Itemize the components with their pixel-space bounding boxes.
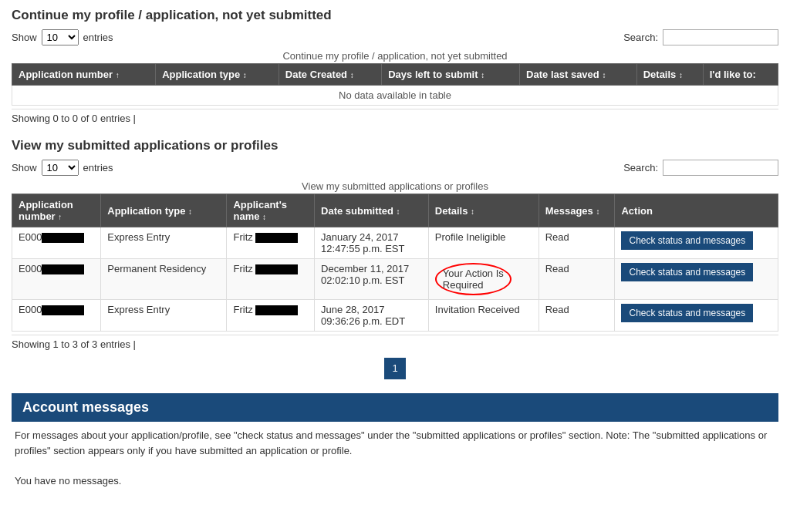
date-submitted-cell: June 28, 201709:36:26 p.m. EDT: [315, 300, 429, 332]
action-cell: Check status and messages: [615, 300, 778, 332]
section1-right-controls: Search:: [623, 29, 778, 45]
action-cell: Check status and messages: [615, 259, 778, 300]
app-number-cell: E000: [12, 227, 101, 259]
app-number-text: E000: [19, 263, 42, 274]
section1-table-caption: Continue my profile / application, not y…: [12, 50, 778, 62]
col-app-number[interactable]: Application number ↑: [12, 64, 156, 86]
details-cell: Invitation Received: [428, 300, 538, 332]
account-messages-section: Account messages For messages about your…: [12, 393, 778, 488]
date-submitted-cell: December 11, 201702:02:10 p.m. EST: [315, 259, 429, 300]
redacted-appnum: [42, 264, 84, 274]
section1-controls: Show 10 25 50 100 entries Search:: [12, 29, 778, 45]
table-row: E000Permanent ResidencyFritz December 11…: [12, 259, 778, 300]
redacted-name: [255, 233, 298, 243]
redacted-name: [255, 305, 298, 315]
app-type-cell: Permanent Residency: [101, 259, 227, 300]
col-app-type[interactable]: Application type ↕: [156, 64, 279, 86]
col2-app-number[interactable]: Applicationnumber ↑: [12, 194, 101, 227]
pagination: 1: [12, 358, 778, 379]
col2-messages[interactable]: Messages ↕: [538, 194, 615, 227]
your-action-highlight: Your Action IsRequired: [435, 263, 511, 295]
account-messages-no-messages: You have no messages.: [15, 473, 775, 489]
section2-search-input[interactable]: [663, 160, 778, 176]
continue-profile-section: Continue my profile / application, not y…: [12, 8, 778, 124]
app-name-cell: Fritz: [227, 300, 315, 332]
time-text: 12:47:55 p.m. EST: [321, 243, 404, 254]
section1-table: Application number ↑ Application type ↕ …: [12, 63, 778, 106]
redacted-name: [255, 264, 298, 274]
col-date-created[interactable]: Date Created ↕: [279, 64, 381, 86]
app-name-cell: Fritz: [227, 227, 315, 259]
submitted-applications-section: View my submitted applications or profil…: [12, 138, 778, 379]
section2-table-caption: View my submitted applications or profil…: [12, 180, 778, 192]
col2-date-submitted[interactable]: Date submitted ↕: [315, 194, 429, 227]
col-days-left[interactable]: Days left to submit ↕: [382, 64, 520, 86]
col-id-like-to: I'd like to:: [703, 64, 778, 86]
app-type-cell: Express Entry: [101, 227, 227, 259]
action-cell: Check status and messages: [615, 227, 778, 259]
app-name-cell: Fritz: [227, 259, 315, 300]
section1-entries-select[interactable]: 10 25 50 100: [42, 29, 79, 45]
account-messages-description: For messages about your application/prof…: [15, 428, 775, 458]
no-data-row: No data available in table: [12, 86, 778, 106]
app-number-text: E000: [19, 231, 42, 243]
col2-app-type[interactable]: Application type ↕: [101, 194, 227, 227]
messages-cell: Read: [538, 300, 615, 332]
section2-entries-select[interactable]: 10 25 50 100: [42, 160, 79, 176]
no-data-cell: No data available in table: [12, 86, 778, 106]
redacted-appnum: [42, 233, 84, 243]
account-messages-body: For messages about your application/prof…: [12, 428, 778, 488]
messages-cell: Read: [538, 227, 615, 259]
section2-left-controls: Show 10 25 50 100 entries: [12, 160, 113, 176]
account-messages-header: Account messages: [12, 393, 778, 422]
section2-table: Applicationnumber ↑ Application type ↕ A…: [12, 194, 778, 332]
app-type-cell: Express Entry: [101, 300, 227, 332]
app-number-text: E000: [19, 304, 42, 315]
section2-title: View my submitted applications or profil…: [12, 138, 778, 153]
messages-cell: Read: [538, 259, 615, 300]
section2-controls: Show 10 25 50 100 entries Search:: [12, 160, 778, 176]
page-1-button[interactable]: 1: [384, 358, 406, 379]
col2-action: Action: [615, 194, 778, 227]
section1-entries-suffix: entries: [83, 32, 113, 43]
col2-details[interactable]: Details ↕: [428, 194, 538, 227]
section1-search-input[interactable]: [663, 29, 778, 45]
check-status-button[interactable]: Check status and messages: [621, 231, 753, 250]
app-number-cell: E000: [12, 300, 101, 332]
app-number-cell: E000: [12, 259, 101, 300]
details-cell: Profile Ineligible: [428, 227, 538, 259]
table-row: E000Express EntryFritz January 24, 20171…: [12, 227, 778, 259]
col-details[interactable]: Details ↕: [636, 64, 703, 86]
section1-showing: Showing 0 to 0 of 0 entries |: [12, 109, 778, 124]
section2-showing: Showing 1 to 3 of 3 entries |: [12, 335, 778, 350]
redacted-appnum: [42, 305, 84, 315]
check-status-button[interactable]: Check status and messages: [621, 304, 753, 322]
details-cell: Your Action IsRequired: [428, 259, 538, 300]
section2-entries-suffix: entries: [83, 162, 113, 173]
section1-search-label: Search:: [623, 32, 658, 43]
table-row: E000Express EntryFritz June 28, 201709:3…: [12, 300, 778, 332]
section2-search-label: Search:: [623, 162, 658, 173]
time-text: 09:36:26 p.m. EDT: [321, 315, 405, 327]
section1-title: Continue my profile / application, not y…: [12, 8, 778, 23]
section2-right-controls: Search:: [623, 160, 778, 176]
check-status-button[interactable]: Check status and messages: [621, 263, 753, 281]
date-submitted-cell: January 24, 201712:47:55 p.m. EST: [315, 227, 429, 259]
col2-app-name[interactable]: Applicant'sname ↕: [227, 194, 315, 227]
section1-show-label: Show: [12, 32, 37, 43]
time-text: 02:02:10 p.m. EST: [321, 274, 404, 286]
section1-left-controls: Show 10 25 50 100 entries: [12, 29, 113, 45]
col-date-last-saved[interactable]: Date last saved ↕: [520, 64, 637, 86]
section2-show-label: Show: [12, 162, 37, 173]
